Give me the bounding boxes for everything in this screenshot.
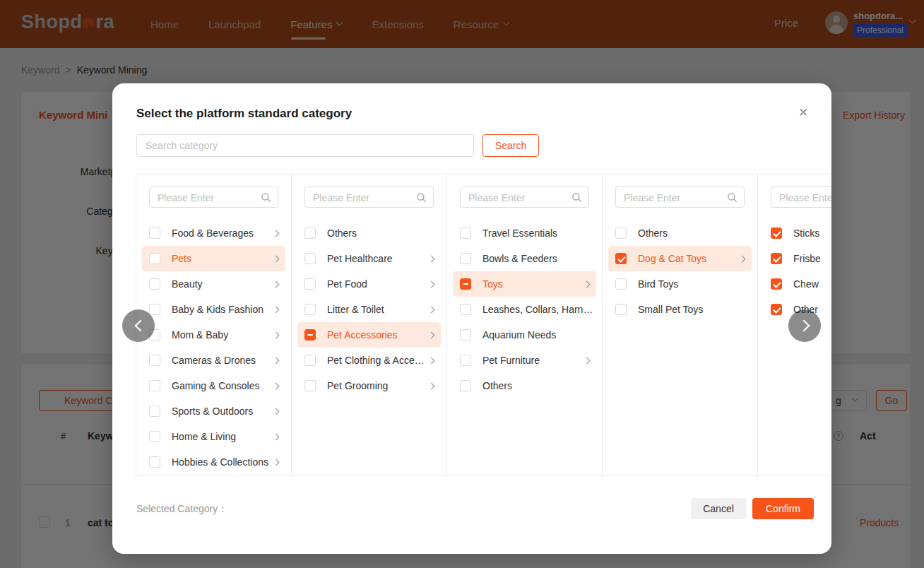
category-item[interactable]: Frisbe bbox=[758, 246, 831, 271]
category-item[interactable]: Beauty bbox=[136, 271, 291, 297]
category-item[interactable]: Bowls & Feeders bbox=[447, 246, 602, 271]
category-item-label: Others bbox=[638, 227, 668, 239]
category-item-label: Others bbox=[327, 227, 357, 239]
checkbox[interactable] bbox=[771, 253, 782, 264]
checkbox[interactable] bbox=[304, 304, 316, 315]
checkbox[interactable] bbox=[615, 253, 627, 264]
category-item[interactable]: Others bbox=[603, 220, 757, 246]
checkbox[interactable] bbox=[304, 227, 316, 239]
category-item-label: Others bbox=[482, 380, 512, 391]
category-item[interactable]: Food & Beverages bbox=[136, 220, 291, 246]
checkbox[interactable] bbox=[149, 406, 160, 417]
category-item-label: Leashes, Collars, Harn… bbox=[482, 304, 593, 315]
scroll-left-button[interactable] bbox=[122, 309, 155, 342]
category-item-label: Litter & Toilet bbox=[327, 304, 384, 315]
checkbox[interactable] bbox=[149, 380, 160, 391]
category-item-label: Dog & Cat Toys bbox=[638, 253, 706, 264]
checkbox[interactable] bbox=[149, 227, 160, 239]
column-search-input[interactable]: Please Enter bbox=[460, 187, 589, 208]
checkbox[interactable] bbox=[460, 380, 471, 391]
checkbox[interactable] bbox=[149, 355, 160, 366]
checkbox[interactable] bbox=[149, 253, 160, 264]
category-item-label: Pet Furniture bbox=[482, 355, 540, 366]
category-list: Sticks Frisbe Chew Other bbox=[758, 220, 831, 322]
category-item-label: Pet Healthcare bbox=[327, 253, 393, 264]
category-item[interactable]: Hobbies & Collections bbox=[136, 449, 291, 475]
checkbox[interactable] bbox=[615, 227, 627, 239]
column-search-input[interactable]: Please Enter bbox=[771, 187, 831, 208]
checkbox[interactable] bbox=[460, 253, 471, 264]
column-search-input[interactable]: Please Enter bbox=[149, 187, 278, 208]
checkbox[interactable] bbox=[149, 431, 160, 442]
category-item[interactable]: Pet Accessories bbox=[297, 322, 441, 348]
category-item[interactable]: Toys bbox=[453, 271, 596, 297]
category-item[interactable]: Baby & Kids Fashion bbox=[136, 297, 291, 322]
category-item[interactable]: Sports & Outdoors bbox=[136, 398, 291, 424]
column-search-input[interactable]: Please Enter bbox=[615, 187, 745, 208]
category-item[interactable]: Gaming & Consoles bbox=[136, 373, 291, 398]
search-icon bbox=[261, 192, 271, 203]
category-item[interactable]: Others bbox=[447, 373, 602, 398]
chevron-right-icon bbox=[273, 408, 280, 415]
selected-category-label: Selected Category： bbox=[136, 503, 227, 516]
category-item[interactable]: Litter & Toilet bbox=[292, 297, 446, 322]
search-icon bbox=[727, 192, 738, 203]
category-item[interactable]: Chew bbox=[758, 271, 831, 297]
checkbox[interactable] bbox=[304, 329, 316, 341]
chevron-right-icon bbox=[428, 331, 435, 338]
chevron-right-icon bbox=[273, 458, 280, 466]
checkbox[interactable] bbox=[149, 456, 160, 468]
search-input[interactable] bbox=[136, 134, 474, 157]
category-item[interactable]: Travel Essentials bbox=[447, 220, 602, 246]
checkbox[interactable] bbox=[771, 304, 782, 315]
category-item[interactable]: Pet Food bbox=[292, 271, 446, 297]
category-item[interactable]: Aquarium Needs bbox=[447, 322, 602, 348]
checkbox[interactable] bbox=[304, 380, 316, 391]
close-icon[interactable]: ✕ bbox=[795, 105, 812, 122]
checkbox[interactable] bbox=[460, 227, 471, 239]
checkbox[interactable] bbox=[615, 304, 627, 315]
category-item[interactable]: Small Pet Toys bbox=[603, 297, 757, 322]
checkbox[interactable] bbox=[460, 278, 471, 290]
checkbox[interactable] bbox=[615, 278, 627, 290]
chevron-right-icon bbox=[428, 306, 435, 313]
checkbox[interactable] bbox=[149, 278, 160, 290]
category-item[interactable]: Mom & Baby bbox=[136, 322, 291, 348]
checkbox[interactable] bbox=[304, 253, 316, 264]
category-item-label: Frisbe bbox=[793, 253, 821, 264]
category-item[interactable]: Pet Furniture bbox=[447, 348, 602, 373]
category-item-label: Mom & Baby bbox=[172, 329, 228, 341]
category-columns: Please Enter Food & Beverages Pets Beaut… bbox=[136, 174, 831, 476]
checkbox[interactable] bbox=[460, 304, 471, 315]
category-item[interactable]: Others bbox=[292, 220, 446, 246]
category-item[interactable]: Pet Clothing & Acce… bbox=[292, 348, 446, 373]
category-item[interactable]: Cameras & Drones bbox=[136, 348, 291, 373]
cancel-button[interactable]: Cancel bbox=[691, 498, 746, 519]
column-search-input[interactable]: Please Enter bbox=[304, 187, 434, 208]
category-item-label: Food & Beverages bbox=[172, 227, 254, 239]
category-list: Others Dog & Cat Toys Bird Toys Small Pe… bbox=[603, 220, 757, 322]
category-item[interactable]: Sticks bbox=[758, 220, 831, 246]
category-item-label: Chew bbox=[793, 278, 819, 290]
checkbox[interactable] bbox=[149, 304, 160, 315]
category-item[interactable]: Dog & Cat Toys bbox=[608, 246, 752, 271]
category-column: Please Enter Others Dog & Cat Toys Bird … bbox=[603, 174, 758, 475]
category-item[interactable]: Home & Living bbox=[136, 424, 291, 449]
column-search-placeholder: Please Enter bbox=[158, 192, 214, 203]
checkbox[interactable] bbox=[460, 355, 471, 366]
search-button[interactable]: Search bbox=[482, 134, 539, 157]
scroll-right-button[interactable] bbox=[788, 309, 821, 342]
category-item[interactable]: Pet Grooming bbox=[292, 373, 446, 398]
category-item[interactable]: Bird Toys bbox=[603, 271, 757, 297]
checkbox[interactable] bbox=[304, 355, 316, 366]
category-item[interactable]: Pets bbox=[142, 246, 285, 271]
confirm-button[interactable]: Confirm bbox=[752, 498, 814, 519]
category-item[interactable]: Pet Healthcare bbox=[292, 246, 446, 271]
checkbox[interactable] bbox=[771, 278, 782, 290]
category-item-label: Bowls & Feeders bbox=[482, 253, 557, 264]
checkbox[interactable] bbox=[771, 227, 782, 239]
checkbox[interactable] bbox=[304, 278, 316, 290]
chevron-right-icon bbox=[273, 433, 280, 440]
category-item[interactable]: Leashes, Collars, Harn… bbox=[447, 297, 602, 322]
checkbox[interactable] bbox=[460, 329, 471, 341]
